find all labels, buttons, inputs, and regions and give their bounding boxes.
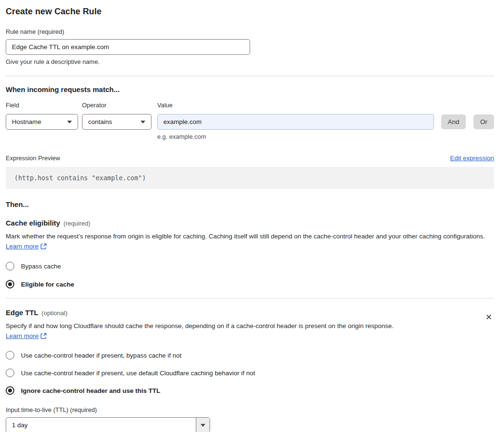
close-icon[interactable]: ✕ — [484, 312, 494, 323]
radio-label: Bypass cache — [21, 263, 61, 270]
ttl-input-group: Input time-to-live (TTL) (required) 1 da… — [6, 406, 494, 432]
divider — [6, 298, 494, 298]
cache-eligibility-description: Mark whether the request’s response from… — [6, 231, 487, 252]
operator-label: Operator — [82, 102, 151, 109]
edge-ttl-section: ✕ Edge TTL (optional) Specify if and how… — [6, 309, 494, 432]
operator-select-value: contains — [88, 118, 112, 125]
radio-option-use-header-default[interactable]: Use cache-control header if present, use… — [6, 369, 494, 377]
edge-ttl-description: Specify if and how long Cloudflare shoul… — [6, 321, 411, 342]
radio-option-use-header-bypass[interactable]: Use cache-control header if present, byp… — [6, 351, 494, 360]
cache-eligibility-qualifier: (required) — [63, 220, 90, 227]
external-link-icon — [40, 332, 47, 342]
edge-ttl-description-text: Specify if and how long Cloudflare shoul… — [6, 322, 393, 329]
learn-more-link[interactable]: Learn more — [6, 243, 39, 250]
operator-select[interactable]: contains — [82, 114, 151, 130]
ttl-select[interactable]: 1 day — [6, 417, 210, 432]
cache-eligibility-description-text: Mark whether the request’s response from… — [6, 233, 485, 240]
radio-label: Eligible for cache — [21, 281, 74, 288]
and-button[interactable]: And — [441, 114, 466, 129]
edge-ttl-heading: Edge TTL — [6, 309, 38, 317]
match-section-heading: When incoming requests match... — [6, 85, 494, 93]
radio-icon[interactable] — [6, 351, 14, 360]
divider — [6, 76, 494, 76]
match-controls-row: Hostname contains And Or — [6, 114, 494, 130]
ttl-input-label: Input time-to-live (TTL) (required) — [6, 406, 494, 413]
field-select[interactable]: Hostname — [6, 114, 78, 130]
chevron-down-icon — [201, 424, 205, 427]
field-select-value: Hostname — [12, 118, 41, 125]
ttl-select-arrow-button[interactable] — [196, 418, 210, 432]
expression-preview-row: Expression Preview Edit expression — [6, 154, 494, 162]
page-title: Create new Cache Rule — [6, 7, 494, 17]
radio-icon[interactable] — [6, 386, 14, 395]
value-hint: e.g. example.com — [157, 133, 494, 140]
radio-icon[interactable] — [6, 262, 14, 270]
cache-eligibility-section: Cache eligibility (required) Mark whethe… — [6, 219, 494, 288]
external-link-icon — [40, 242, 47, 252]
radio-label: Ignore cache-control header and use this… — [21, 387, 161, 394]
create-cache-rule-form: Create new Cache Rule Rule name (require… — [0, 0, 504, 432]
cache-eligibility-heading: Cache eligibility — [6, 219, 60, 227]
field-label: Field — [6, 102, 78, 109]
value-input[interactable] — [157, 114, 434, 130]
rule-name-input[interactable] — [6, 39, 250, 55]
radio-option-eligible-for-cache[interactable]: Eligible for cache — [6, 280, 494, 288]
expression-preview-label: Expression Preview — [6, 154, 60, 162]
radio-option-bypass-cache[interactable]: Bypass cache — [6, 262, 494, 270]
radio-label: Use cache-control header if present, use… — [21, 370, 255, 377]
radio-option-ignore-header-use-ttl[interactable]: Ignore cache-control header and use this… — [6, 386, 494, 395]
chevron-down-icon — [67, 121, 72, 123]
learn-more-link[interactable]: Learn more — [6, 332, 39, 339]
rule-name-help: Give your rule a descriptive name. — [6, 58, 494, 65]
then-heading: Then... — [6, 200, 494, 208]
radio-icon[interactable] — [6, 280, 14, 288]
edit-expression-link[interactable]: Edit expression — [450, 154, 494, 162]
radio-label: Use cache-control header if present, byp… — [21, 352, 181, 359]
expression-code-box: (http.host contains "example.com") — [6, 167, 494, 189]
match-labels-row: Field Operator Value — [6, 102, 494, 109]
edge-ttl-qualifier: (optional) — [41, 309, 67, 317]
radio-icon[interactable] — [6, 369, 14, 377]
ttl-select-value: 1 day — [6, 418, 196, 432]
or-button[interactable]: Or — [474, 114, 494, 129]
rule-name-label: Rule name (required) — [6, 28, 494, 35]
chevron-down-icon — [141, 121, 145, 123]
value-label: Value — [157, 102, 494, 109]
rule-name-group: Rule name (required) Give your rule a de… — [6, 28, 494, 65]
